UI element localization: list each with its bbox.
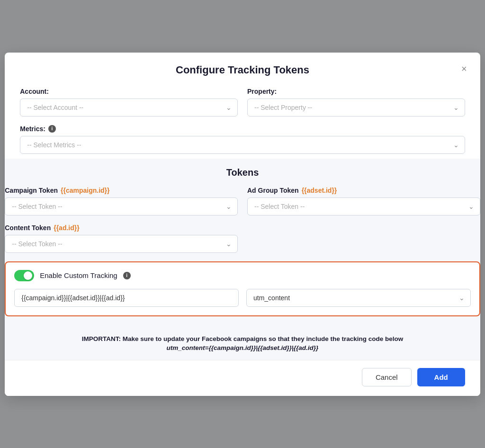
property-select-wrapper: -- Select Property -- ⌄ <box>247 99 465 116</box>
account-label: Account: <box>20 88 238 95</box>
adgroup-token-code: {{adset.id}} <box>302 187 337 194</box>
campaign-token-col: Campaign Token {{campaign.id}} -- Select… <box>5 187 238 215</box>
custom-tracking-row: utm_content ⌄ <box>14 289 471 307</box>
utm-select-wrapper: utm_content ⌄ <box>246 289 471 307</box>
adgroup-token-select[interactable]: -- Select Token -- <box>247 197 480 215</box>
campaign-token-select-wrapper: -- Select Token -- ⌄ <box>5 197 238 215</box>
adgroup-token-label: Ad Group Token {{adset.id}} <box>247 187 480 194</box>
modal: Configure Tracking Tokens × Account: -- … <box>5 53 480 396</box>
modal-body: Account: -- Select Account -- ⌄ Property… <box>5 84 480 159</box>
metrics-row: Metrics: i -- Select Metrics -- ⌄ <box>20 125 465 154</box>
important-text: IMPORTANT: Make sure to update your Face… <box>5 335 480 342</box>
modal-footer: Cancel Add <box>5 360 480 396</box>
metrics-select-wrapper: -- Select Metrics -- ⌄ <box>20 136 465 154</box>
content-token-label: Content Token {{ad.id}} <box>5 224 238 232</box>
content-token-row: Content Token {{ad.id}} -- Select Token … <box>5 224 480 253</box>
account-select-wrapper: -- Select Account -- ⌄ <box>20 99 238 116</box>
metrics-info-icon: i <box>48 125 56 133</box>
custom-tracking-header: Enable Custom Tracking i <box>14 270 471 281</box>
metrics-label: Metrics: i <box>20 125 465 133</box>
tracking-value-input[interactable] <box>14 289 239 307</box>
custom-tracking-toggle[interactable] <box>14 270 34 281</box>
close-button[interactable]: × <box>458 62 471 75</box>
add-button[interactable]: Add <box>417 368 465 386</box>
custom-tracking-info-icon: i <box>123 272 131 279</box>
adgroup-token-select-wrapper: -- Select Token -- ⌄ <box>247 197 480 215</box>
modal-title: Configure Tracking Tokens <box>176 64 309 76</box>
important-section: IMPORTANT: Make sure to update your Face… <box>5 327 480 360</box>
modal-header: Configure Tracking Tokens × <box>5 53 480 84</box>
custom-tracking-label: Enable Custom Tracking <box>40 271 117 279</box>
property-label: Property: <box>247 88 465 95</box>
account-col: Account: -- Select Account -- ⌄ <box>20 88 238 116</box>
content-token-select-wrapper: -- Select Token -- ⌄ <box>5 235 238 253</box>
tokens-section: Tokens Campaign Token {{campaign.id}} --… <box>5 159 480 327</box>
important-code: utm_content={{campaign.id}}|{{adset.id}}… <box>5 344 480 351</box>
tokens-title: Tokens <box>5 167 480 178</box>
content-token-col: Content Token {{ad.id}} -- Select Token … <box>5 224 238 253</box>
property-select[interactable]: -- Select Property -- <box>247 99 465 116</box>
campaign-token-select[interactable]: -- Select Token -- <box>5 197 238 215</box>
campaign-adgroup-row: Campaign Token {{campaign.id}} -- Select… <box>5 187 480 215</box>
campaign-token-label: Campaign Token {{campaign.id}} <box>5 187 238 194</box>
cancel-button[interactable]: Cancel <box>362 368 412 386</box>
adgroup-token-col: Ad Group Token {{adset.id}} -- Select To… <box>247 187 480 215</box>
metrics-select[interactable]: -- Select Metrics -- <box>20 136 465 154</box>
metrics-col: Metrics: i -- Select Metrics -- ⌄ <box>20 125 465 154</box>
account-property-row: Account: -- Select Account -- ⌄ Property… <box>20 88 465 116</box>
campaign-token-code: {{campaign.id}} <box>61 187 109 194</box>
content-token-select[interactable]: -- Select Token -- <box>5 235 238 253</box>
content-token-code: {{ad.id}} <box>54 224 79 232</box>
toggle-knob <box>24 271 32 280</box>
utm-select[interactable]: utm_content <box>246 289 471 307</box>
property-col: Property: -- Select Property -- ⌄ <box>247 88 465 116</box>
account-select[interactable]: -- Select Account -- <box>20 99 238 116</box>
modal-overlay: Configure Tracking Tokens × Account: -- … <box>0 0 485 448</box>
custom-tracking-box: Enable Custom Tracking i utm_content ⌄ <box>5 261 480 316</box>
